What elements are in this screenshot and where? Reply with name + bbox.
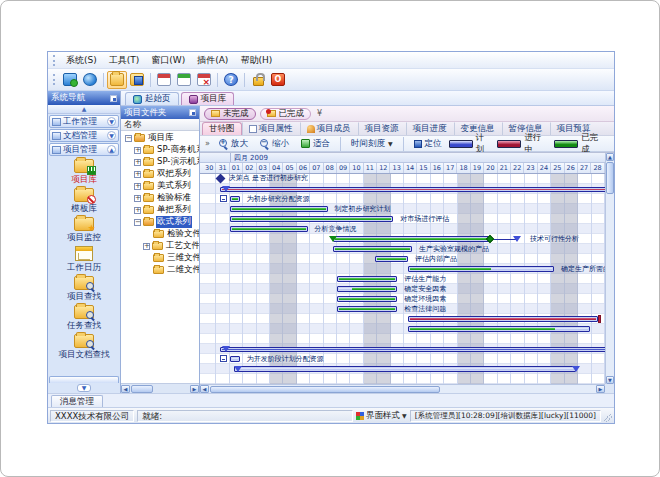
scroll-right-icon[interactable]: ▶: [596, 385, 605, 393]
collapse-icon[interactable]: −: [125, 135, 132, 142]
tree-node-二维文件[interactable]: 二维文件: [121, 264, 199, 276]
sidebar-item-项目监控[interactable]: ★项目监控: [48, 217, 120, 244]
calendar-remove-button[interactable]: [194, 71, 214, 89]
scroll-right-icon[interactable]: ▶: [190, 385, 199, 393]
tree-node-工艺文件[interactable]: +工艺文件: [121, 240, 199, 252]
pin-icon[interactable]: [189, 109, 196, 116]
task-bar[interactable]: [230, 206, 328, 212]
folder-chart-button[interactable]: [127, 71, 147, 89]
expand-icon[interactable]: +: [134, 183, 141, 190]
task-bar[interactable]: [333, 246, 412, 252]
sidebar-group-工作管理[interactable]: 工作管理▼: [49, 115, 119, 128]
resize-grip[interactable]: [604, 410, 612, 422]
overflow-chevron-icon[interactable]: »: [203, 139, 212, 148]
task-bar[interactable]: [234, 366, 576, 372]
scroll-left-icon[interactable]: ◀: [121, 385, 130, 393]
sidebar-collapse-strip[interactable]: ▲: [48, 105, 120, 114]
chevron-down-icon[interactable]: ▼: [107, 131, 116, 140]
panel-tab-项目进度[interactable]: 项目进度: [406, 122, 454, 135]
scrollbar-thumb[interactable]: [131, 385, 153, 393]
sidebar-item-工作日历[interactable]: 工作日历: [48, 246, 120, 274]
menu-item-3[interactable]: 插件(A): [191, 53, 234, 68]
globe-button[interactable]: [80, 71, 100, 89]
gantt-button-放大[interactable]: +放大: [214, 137, 253, 150]
task-bar[interactable]: [375, 256, 409, 262]
panel-tab-项目资源[interactable]: 项目资源: [358, 122, 406, 135]
tree-node-美式系列[interactable]: +美式系列: [121, 180, 199, 192]
menu-item-1[interactable]: 工具(T): [103, 53, 146, 68]
tree-node-检验文件[interactable]: 检验文件: [121, 228, 199, 240]
task-bar[interactable]: [337, 306, 397, 312]
marker-triangle-icon[interactable]: [513, 236, 521, 242]
filter-button-已完成[interactable]: 已完成: [260, 108, 312, 120]
sidebar-item-项目库[interactable]: 项目库: [48, 159, 120, 186]
calendar-red-button[interactable]: [154, 71, 174, 89]
expand-icon[interactable]: +: [134, 195, 141, 202]
scroll-left-icon[interactable]: ◀: [200, 385, 209, 393]
task-bar[interactable]: [333, 236, 490, 242]
tree-horizontal-scrollbar[interactable]: ◀ ▶: [121, 383, 199, 393]
task-bar[interactable]: [408, 326, 590, 332]
expand-icon[interactable]: +: [134, 147, 141, 154]
tree-node-检验标准[interactable]: +检验标准: [121, 192, 199, 204]
scrollbar-thumb[interactable]: [210, 386, 440, 393]
panel-tab-项目属性[interactable]: 项目属性: [242, 122, 300, 135]
task-bar[interactable]: [230, 196, 240, 202]
gantt-horizontal-scrollbar[interactable]: ◀ ▶: [200, 384, 605, 393]
milestone-diamond[interactable]: [215, 174, 225, 183]
menu-item-2[interactable]: 窗口(W): [145, 53, 191, 68]
marker-triangle-icon[interactable]: [222, 346, 230, 352]
gantt-button-定位[interactable]: 定位: [409, 137, 447, 150]
chevron-down-icon[interactable]: ▼: [107, 117, 116, 126]
ui-style-selector[interactable]: 界面样式 ▼: [356, 410, 407, 422]
task-bar[interactable]: [337, 276, 397, 282]
message-management-tab[interactable]: 消息管理: [51, 395, 103, 407]
chevron-up-icon[interactable]: ▲: [107, 145, 116, 154]
pin-icon[interactable]: [110, 95, 117, 102]
sidebar-more-button[interactable]: ▼: [77, 384, 91, 392]
filter-button-未完成[interactable]: 未完成: [204, 108, 256, 120]
marker-triangle-icon[interactable]: [572, 366, 580, 372]
lock-button[interactable]: [248, 71, 268, 89]
task-bar[interactable]: [408, 316, 598, 322]
menu-item-4[interactable]: 帮助(H): [234, 53, 278, 68]
collapse-icon[interactable]: −: [134, 219, 141, 226]
sidebar-item-项目查找[interactable]: 项目查找: [48, 276, 120, 303]
open-folder-button[interactable]: [107, 71, 127, 89]
help-button[interactable]: ?: [221, 71, 241, 89]
expand-icon[interactable]: +: [134, 159, 141, 166]
gantt-button-缩小[interactable]: −缩小: [255, 137, 294, 150]
tree-node-SP-演示机系[interactable]: +SP-演示机系: [121, 156, 199, 168]
panel-tab-项目成员[interactable]: 项目成员: [300, 122, 358, 135]
power-button[interactable]: O: [268, 71, 288, 89]
monitor-sync-button[interactable]: [60, 71, 80, 89]
tree-node-三维文件[interactable]: 三维文件: [121, 252, 199, 264]
tree-node-欧式系列[interactable]: −欧式系列: [121, 216, 199, 228]
sidebar-group-文档管理[interactable]: 文档管理▼: [49, 129, 119, 142]
marker-triangle-icon[interactable]: [234, 366, 242, 372]
calendar-green-button[interactable]: [174, 71, 194, 89]
expand-icon[interactable]: +: [143, 243, 150, 250]
tree-node-双把系列[interactable]: +双把系列: [121, 168, 199, 180]
sidebar-partial-group[interactable]: [49, 376, 119, 383]
task-bar[interactable]: [337, 296, 397, 302]
tree-column-header[interactable]: 名称: [121, 119, 199, 131]
marker-triangle-icon[interactable]: [329, 236, 337, 242]
task-bar[interactable]: [220, 347, 605, 352]
menu-item-0[interactable]: 系统(S): [60, 53, 103, 68]
marker-triangle-icon[interactable]: [222, 186, 230, 192]
tree-node-单把系列[interactable]: +单把系列: [121, 204, 199, 216]
task-bar[interactable]: [220, 187, 605, 192]
doc-tab-起始页[interactable]: 起始页: [125, 92, 179, 105]
sidebar-group-项目管理[interactable]: 项目管理▲: [49, 143, 119, 156]
task-bar[interactable]: [230, 216, 393, 222]
tree-node-项目库[interactable]: −项目库: [121, 132, 199, 144]
gantt-vertical-scrollbar[interactable]: ▲ ▼: [605, 153, 614, 384]
task-bar[interactable]: [230, 356, 240, 362]
doc-tab-项目库[interactable]: 项目库: [181, 92, 235, 105]
sidebar-item-模板库[interactable]: 模板库: [48, 188, 120, 215]
scrollbar-thumb[interactable]: [606, 162, 614, 194]
marker-square-icon[interactable]: [220, 195, 227, 202]
task-bar[interactable]: [337, 286, 397, 292]
task-bar[interactable]: [230, 226, 308, 232]
